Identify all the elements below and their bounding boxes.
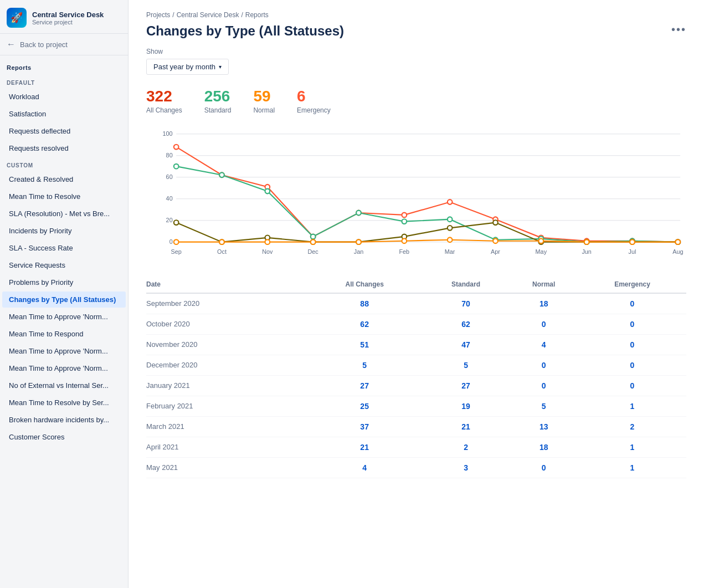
stat-normal-label: Normal — [253, 106, 275, 114]
cell-all-changes: 21 — [307, 437, 423, 457]
svg-point-24 — [174, 145, 179, 150]
svg-text:Feb: Feb — [399, 248, 409, 255]
sidebar-item-changes-type[interactable]: Changes by Type (All Statuses) — [2, 292, 126, 308]
cell-normal: 0 — [509, 375, 578, 396]
sidebar-item-mean-approve-2[interactable]: Mean Time to Approve 'Norm... — [2, 343, 126, 359]
svg-point-70 — [630, 239, 635, 244]
cell-normal: 4 — [509, 334, 578, 355]
svg-text:100: 100 — [163, 130, 173, 137]
svg-text:20: 20 — [166, 217, 173, 223]
sidebar-item-created-resolved[interactable]: Created & Resolved — [2, 171, 126, 187]
svg-point-55 — [493, 220, 498, 225]
cell-normal: 18 — [509, 293, 578, 314]
more-menu-button[interactable]: ••• — [671, 23, 686, 36]
svg-text:Sep: Sep — [171, 248, 182, 255]
line-chart: 100 80 60 40 20 0 Sep Oct Nov Dec Jan Fe… — [146, 127, 686, 260]
svg-text:Aug: Aug — [672, 248, 683, 255]
svg-text:0: 0 — [169, 238, 173, 245]
svg-point-38 — [265, 188, 270, 193]
svg-point-29 — [402, 212, 407, 217]
custom-group-label: CUSTOM — [0, 157, 128, 171]
cell-emergency: 1 — [578, 457, 686, 478]
table-row: April 2021 21 2 18 1 — [146, 437, 686, 457]
table-row: May 2021 4 3 0 1 — [146, 457, 686, 478]
cell-emergency: 2 — [578, 416, 686, 437]
cell-all-changes: 5 — [307, 355, 423, 375]
col-header-normal: Normal — [509, 276, 578, 293]
sidebar-item-requests-deflected[interactable]: Requests deflected — [2, 123, 126, 139]
show-label: Show — [146, 48, 686, 55]
cell-normal: 5 — [509, 396, 578, 416]
cell-all-changes: 37 — [307, 416, 423, 437]
sidebar-item-mean-respond[interactable]: Mean Time to Respond — [2, 326, 126, 342]
stat-emergency: 6 Emergency — [297, 88, 331, 114]
cell-date: December 2020 — [146, 355, 307, 375]
sidebar-item-mean-approve-3[interactable]: Mean Time to Approve 'Norm... — [2, 360, 126, 376]
svg-text:Jan: Jan — [354, 248, 363, 255]
breadcrumb-reports: Reports — [245, 11, 269, 19]
svg-point-71 — [676, 239, 681, 244]
cell-emergency: 1 — [578, 396, 686, 416]
col-header-standard: Standard — [423, 276, 510, 293]
sidebar-item-requests-resolved[interactable]: Requests resolved — [2, 140, 126, 156]
svg-point-68 — [539, 238, 544, 243]
sidebar-item-workload[interactable]: Workload — [2, 89, 126, 105]
breadcrumb-central-service[interactable]: Central Service Desk — [177, 11, 239, 19]
sidebar-item-service-requests[interactable]: Service Requests — [2, 257, 126, 273]
default-group-label: DEFAULT — [0, 74, 128, 88]
stat-emergency-value: 6 — [297, 88, 331, 105]
reports-section-title: Reports — [0, 55, 128, 74]
cell-emergency: 0 — [578, 355, 686, 375]
breadcrumb-sep-1: / — [172, 11, 174, 19]
sidebar-item-mean-approve-1[interactable]: Mean Time to Approve 'Norm... — [2, 309, 126, 325]
back-to-project-btn[interactable]: ← Back to project — [0, 34, 128, 55]
table-row: January 2021 27 27 0 0 — [146, 375, 686, 396]
time-period-value: Past year by month — [153, 63, 215, 71]
svg-point-60 — [174, 239, 179, 244]
project-logo: 🚀 — [7, 8, 27, 28]
time-period-dropdown[interactable]: Past year by month ▾ — [146, 59, 229, 75]
table-row: December 2020 5 5 0 0 — [146, 355, 686, 375]
cell-standard: 47 — [423, 334, 510, 355]
cell-date: September 2020 — [146, 293, 307, 314]
cell-normal: 0 — [509, 314, 578, 334]
stat-all-changes-label: All Changes — [146, 106, 182, 114]
stat-emergency-label: Emergency — [297, 106, 331, 114]
sidebar-item-problems-priority[interactable]: Problems by Priority — [2, 274, 126, 290]
sidebar-item-satisfaction[interactable]: Satisfaction — [2, 106, 126, 122]
cell-date: January 2021 — [146, 375, 307, 396]
cell-normal: 0 — [509, 355, 578, 375]
cell-date: October 2020 — [146, 314, 307, 334]
main-content: Projects / Central Service Desk / Report… — [129, 0, 704, 588]
svg-point-54 — [448, 226, 453, 231]
sidebar-item-broken-hardware[interactable]: Broken hardware incidents by... — [2, 412, 126, 428]
cell-normal: 18 — [509, 437, 578, 457]
sidebar: 🚀 Central Service Desk Service project ←… — [0, 0, 129, 588]
sidebar-item-sla-success[interactable]: SLA - Success Rate — [2, 240, 126, 256]
sidebar-item-customer-scores[interactable]: Customer Scores — [2, 429, 126, 445]
stat-all-changes: 322 All Changes — [146, 88, 182, 114]
stat-standard-value: 256 — [204, 88, 232, 105]
svg-point-69 — [584, 239, 589, 244]
sidebar-header: 🚀 Central Service Desk Service project — [0, 0, 128, 34]
cell-emergency: 0 — [578, 314, 686, 334]
cell-standard: 27 — [423, 375, 510, 396]
stat-normal-value: 59 — [253, 88, 275, 105]
table-row: September 2020 88 70 18 0 — [146, 293, 686, 314]
svg-text:Jun: Jun — [582, 248, 591, 255]
sidebar-item-mean-time-resolve[interactable]: Mean Time to Resolve — [2, 188, 126, 204]
cell-standard: 62 — [423, 314, 510, 334]
cell-all-changes: 27 — [307, 375, 423, 396]
svg-point-64 — [356, 239, 361, 244]
svg-point-67 — [493, 238, 498, 243]
table-body: September 2020 88 70 18 0 October 2020 6… — [146, 293, 686, 478]
sidebar-item-mean-resolve-ser[interactable]: Mean Time to Resolve by Ser... — [2, 395, 126, 411]
sidebar-item-sla-resolution[interactable]: SLA (Resolution) - Met vs Bre... — [2, 206, 126, 222]
svg-point-65 — [402, 238, 407, 243]
sidebar-item-external-internal[interactable]: No of External vs Internal Ser... — [2, 377, 126, 393]
svg-text:80: 80 — [166, 152, 173, 158]
cell-emergency: 1 — [578, 437, 686, 457]
svg-point-41 — [402, 219, 407, 224]
breadcrumb-projects[interactable]: Projects — [146, 11, 170, 19]
sidebar-item-incidents-priority[interactable]: Incidents by Priority — [2, 223, 126, 239]
